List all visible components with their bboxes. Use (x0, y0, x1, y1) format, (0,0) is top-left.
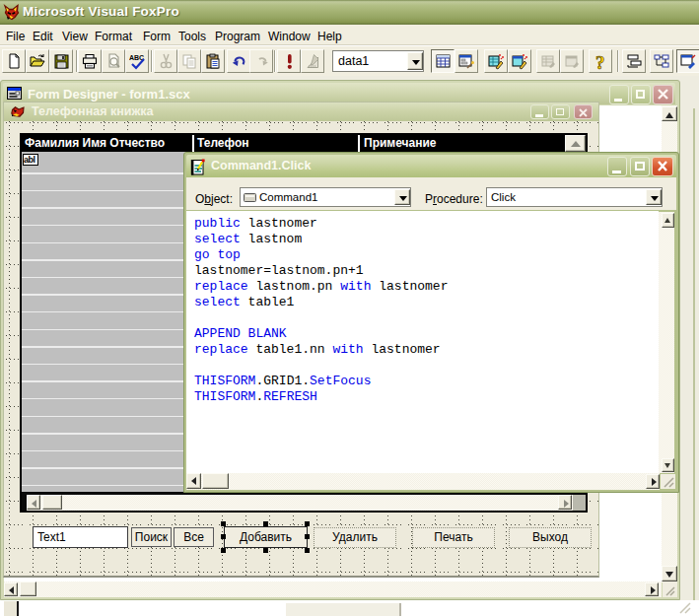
svg-text:?: ? (595, 53, 605, 70)
